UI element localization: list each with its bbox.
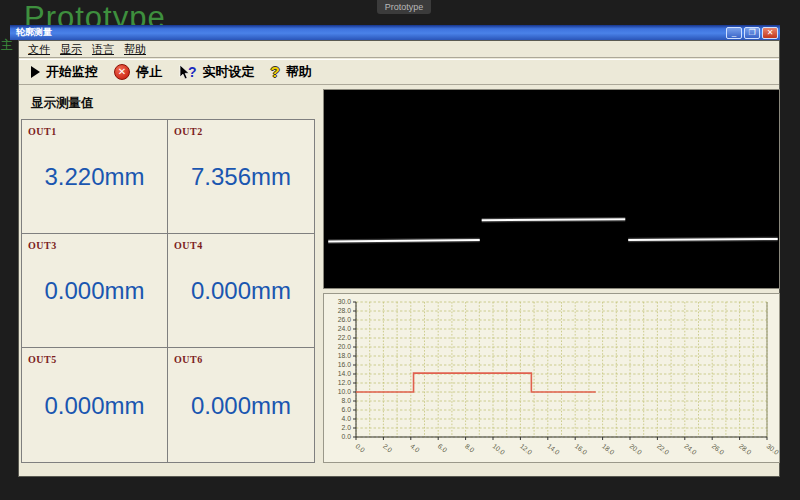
toolbar: 开始监控✕停止?实时设定?帮助 bbox=[19, 59, 779, 85]
svg-text:20.0: 20.0 bbox=[628, 442, 643, 456]
svg-text:26.0: 26.0 bbox=[338, 316, 351, 323]
toolbar-button-1[interactable]: 开始监控 bbox=[31, 63, 108, 81]
out-cell-out1: OUT13.220mm bbox=[22, 120, 168, 234]
svg-text:30.0: 30.0 bbox=[338, 298, 351, 305]
toolbar-button-4[interactable]: ?帮助 bbox=[271, 63, 322, 81]
svg-text:28.0: 28.0 bbox=[338, 307, 351, 314]
svg-text:2.0: 2.0 bbox=[382, 442, 394, 453]
menu-item-1[interactable]: 文件 bbox=[28, 42, 50, 57]
measurement-grid: OUT13.220mmOUT27.356mmOUT30.000mmOUT40.0… bbox=[21, 119, 315, 463]
title-bar[interactable]: 轮廓测量 _ ❐ ✕ bbox=[10, 25, 780, 40]
out-label: OUT6 bbox=[174, 354, 308, 365]
svg-text:14.0: 14.0 bbox=[546, 442, 561, 456]
window-controls: _ ❐ ✕ bbox=[726, 27, 780, 39]
trend-chart-panel: 0.02.04.06.08.010.012.014.016.018.020.02… bbox=[323, 293, 780, 463]
svg-text:22.0: 22.0 bbox=[338, 334, 351, 341]
svg-text:28.0: 28.0 bbox=[738, 442, 753, 456]
toolbar-button-label: 帮助 bbox=[286, 63, 312, 81]
out-cell-out2: OUT27.356mm bbox=[168, 120, 314, 234]
toolbar-button-label: 实时设定 bbox=[203, 63, 255, 81]
play-icon bbox=[31, 66, 40, 78]
stop-icon: ✕ bbox=[114, 64, 130, 80]
measurement-panel: 显示测量值 OUT13.220mmOUT27.356mmOUT30.000mmO… bbox=[21, 89, 315, 463]
out-label: OUT3 bbox=[28, 240, 161, 251]
toolbar-button-2[interactable]: ✕停止 bbox=[114, 63, 172, 81]
menu-item-2[interactable]: 显示 bbox=[60, 42, 82, 57]
svg-text:6.0: 6.0 bbox=[437, 442, 449, 453]
svg-text:12.0: 12.0 bbox=[519, 442, 534, 456]
svg-text:8.0: 8.0 bbox=[342, 397, 352, 404]
out-cell-out4: OUT40.000mm bbox=[168, 234, 314, 348]
menu-item-3[interactable]: 语言 bbox=[92, 42, 114, 57]
svg-text:4.0: 4.0 bbox=[409, 442, 421, 453]
measurement-panel-title: 显示测量值 bbox=[21, 89, 315, 119]
close-button[interactable]: ✕ bbox=[762, 27, 778, 39]
svg-text:20.0: 20.0 bbox=[338, 343, 351, 350]
restore-button[interactable]: ❐ bbox=[744, 27, 760, 39]
svg-text:6.0: 6.0 bbox=[342, 406, 352, 413]
out-label: OUT1 bbox=[28, 126, 161, 137]
out-label: OUT5 bbox=[28, 354, 161, 365]
menu-bar: 文件显示语言帮助 bbox=[19, 41, 779, 58]
out-label: OUT4 bbox=[174, 240, 308, 251]
camera-view-panel bbox=[323, 89, 780, 289]
svg-text:0.0: 0.0 bbox=[354, 442, 366, 453]
svg-text:4.0: 4.0 bbox=[342, 415, 352, 422]
svg-text:22.0: 22.0 bbox=[656, 442, 671, 456]
out-cell-out3: OUT30.000mm bbox=[22, 234, 168, 348]
cursor-help-icon: ? bbox=[178, 64, 197, 80]
laser-profile-svg bbox=[324, 90, 779, 288]
svg-text:2.0: 2.0 bbox=[342, 424, 352, 431]
svg-text:18.0: 18.0 bbox=[338, 352, 351, 359]
svg-text:10.0: 10.0 bbox=[491, 442, 506, 456]
svg-text:8.0: 8.0 bbox=[464, 442, 476, 453]
svg-text:14.0: 14.0 bbox=[338, 370, 351, 377]
out-cell-out6: OUT60.000mm bbox=[168, 348, 314, 462]
out-value: 3.220mm bbox=[28, 137, 161, 227]
svg-text:24.0: 24.0 bbox=[338, 325, 351, 332]
svg-text:16.0: 16.0 bbox=[574, 442, 589, 456]
svg-text:12.0: 12.0 bbox=[338, 379, 351, 386]
out-cell-out5: OUT50.000mm bbox=[22, 348, 168, 462]
help-icon: ? bbox=[271, 63, 280, 80]
toolbar-button-label: 停止 bbox=[136, 63, 162, 81]
out-label: OUT2 bbox=[174, 126, 308, 137]
minimize-button[interactable]: _ bbox=[726, 27, 742, 39]
toolbar-button-label: 开始监控 bbox=[46, 63, 98, 81]
out-value: 0.000mm bbox=[174, 251, 308, 341]
menu-item-4[interactable]: 帮助 bbox=[124, 42, 146, 57]
trend-chart-svg: 0.02.04.06.08.010.012.014.016.018.020.02… bbox=[324, 294, 779, 462]
window-title: 轮廓测量 bbox=[10, 26, 726, 39]
out-value: 7.356mm bbox=[174, 137, 308, 227]
desktop: Prototype 主 Prototype 轮廓测量 _ ❐ ✕ 文件显示语言帮… bbox=[0, 0, 800, 500]
out-value: 0.000mm bbox=[28, 365, 161, 456]
svg-text:0.0: 0.0 bbox=[342, 433, 352, 440]
out-value: 0.000mm bbox=[174, 365, 308, 456]
svg-text:26.0: 26.0 bbox=[711, 442, 726, 456]
app-window: 轮廓测量 _ ❐ ✕ 文件显示语言帮助 开始监控✕停止?实时设定?帮助 显示测量… bbox=[10, 25, 780, 477]
toolbar-button-3[interactable]: ?实时设定 bbox=[178, 63, 265, 81]
svg-text:10.0: 10.0 bbox=[338, 388, 351, 395]
out-value: 0.000mm bbox=[28, 251, 161, 341]
svg-text:24.0: 24.0 bbox=[683, 442, 698, 456]
svg-text:16.0: 16.0 bbox=[338, 361, 351, 368]
svg-text:18.0: 18.0 bbox=[601, 442, 616, 456]
svg-text:30.0: 30.0 bbox=[765, 442, 779, 456]
taskbar-tab[interactable]: Prototype bbox=[377, 0, 431, 14]
window-body: 文件显示语言帮助 开始监控✕停止?实时设定?帮助 显示测量值 OUT13.220… bbox=[18, 40, 780, 477]
